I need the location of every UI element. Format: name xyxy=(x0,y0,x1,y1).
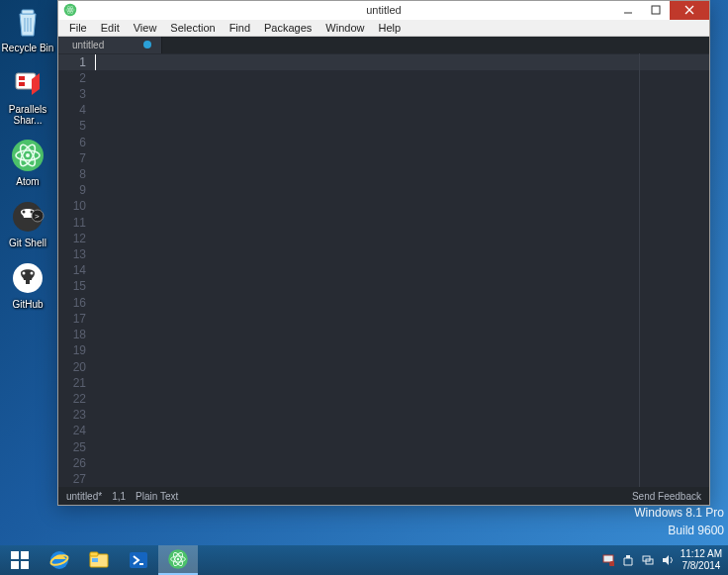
status-bar: untitled* 1,1 Plain Text Send Feedback xyxy=(58,487,709,505)
line-number[interactable]: 22 xyxy=(58,391,93,407)
desktop-icon-gitshell[interactable]: > Git Shell xyxy=(0,197,55,248)
github-icon xyxy=(8,258,47,298)
close-button[interactable] xyxy=(670,1,709,20)
code-area[interactable] xyxy=(93,53,709,487)
desktop-icon-github[interactable]: GitHub xyxy=(0,258,55,310)
svg-point-19 xyxy=(31,272,34,275)
desktop-icon-label: Atom xyxy=(16,176,39,187)
line-number[interactable]: 16 xyxy=(58,295,93,311)
maximize-button[interactable] xyxy=(642,1,670,20)
menu-help[interactable]: Help xyxy=(371,22,408,34)
svg-rect-32 xyxy=(21,561,29,569)
svg-point-24 xyxy=(69,10,71,12)
svg-rect-31 xyxy=(11,561,19,569)
svg-rect-0 xyxy=(22,10,34,14)
atom-window: untitled File Edit View Selection Find P… xyxy=(57,0,710,506)
editor[interactable]: 1234567891011121314151617181920212223242… xyxy=(58,53,709,487)
svg-point-44 xyxy=(177,558,179,560)
desktop-icon-label: Parallels Shar... xyxy=(0,104,55,126)
window-buttons xyxy=(614,1,709,20)
svg-rect-45 xyxy=(603,555,613,562)
desktop-icon-parallels[interactable]: Parallels Shar... xyxy=(0,63,55,126)
line-number[interactable]: 25 xyxy=(58,439,93,455)
line-number[interactable]: 2 xyxy=(58,70,93,86)
menu-packages[interactable]: Packages xyxy=(257,22,318,34)
taskbar-atom[interactable] xyxy=(158,545,198,575)
desktop-icon-label: GitHub xyxy=(12,299,43,310)
desktop-icon-atom[interactable]: Atom xyxy=(0,136,55,187)
tray-network-icon[interactable] xyxy=(641,553,655,567)
menu-find[interactable]: Find xyxy=(223,22,257,34)
desktop-icon-recycle-bin[interactable]: Recycle Bin xyxy=(0,2,55,53)
line-number[interactable]: 5 xyxy=(58,118,93,134)
menu-selection[interactable]: Selection xyxy=(163,22,222,34)
menu-view[interactable]: View xyxy=(127,22,164,34)
line-number[interactable]: 1 xyxy=(58,54,93,70)
status-file[interactable]: untitled* xyxy=(66,491,102,502)
atom-titlebar-icon xyxy=(62,2,78,18)
line-number[interactable]: 4 xyxy=(58,102,93,118)
text-cursor xyxy=(95,54,96,70)
titlebar[interactable]: untitled xyxy=(58,1,709,20)
menu-file[interactable]: File xyxy=(62,22,94,34)
tray-volume-icon[interactable] xyxy=(661,553,675,567)
taskbar-clock[interactable]: 11:12 AM 7/8/2014 xyxy=(681,548,722,572)
svg-rect-29 xyxy=(11,551,19,559)
desktop-icon-label: Recycle Bin xyxy=(2,43,54,53)
tray-power-icon[interactable] xyxy=(621,553,635,567)
system-tray: 11:12 AM 7/8/2014 xyxy=(595,545,728,575)
line-number[interactable]: 17 xyxy=(58,311,93,327)
line-number[interactable]: 11 xyxy=(58,215,93,231)
line-number[interactable]: 26 xyxy=(58,455,93,471)
svg-point-11 xyxy=(26,153,30,157)
window-title: untitled xyxy=(58,4,709,16)
start-button[interactable] xyxy=(0,545,40,575)
tab-bar: untitled xyxy=(58,37,709,53)
menu-window[interactable]: Window xyxy=(318,22,371,34)
line-number[interactable]: 7 xyxy=(58,150,93,166)
taskbar-ie[interactable] xyxy=(40,545,79,575)
desktop-icon-label: Git Shell xyxy=(9,238,46,248)
atom-app-icon xyxy=(8,136,47,175)
taskbar-powershell[interactable] xyxy=(119,545,158,575)
line-number[interactable]: 23 xyxy=(58,407,93,423)
line-number[interactable]: 19 xyxy=(58,342,93,358)
parallels-icon xyxy=(8,63,47,103)
line-number[interactable]: 14 xyxy=(58,262,93,278)
watermark-line1: Windows 8.1 Pro xyxy=(634,504,724,522)
line-number[interactable]: 18 xyxy=(58,327,93,342)
line-number[interactable]: 13 xyxy=(58,246,93,262)
clock-time: 11:12 AM xyxy=(681,548,722,560)
line-number[interactable]: 12 xyxy=(58,231,93,246)
status-cursor-pos[interactable]: 1,1 xyxy=(112,491,126,502)
svg-rect-30 xyxy=(21,551,29,559)
menubar: File Edit View Selection Find Packages W… xyxy=(58,20,709,37)
line-number[interactable]: 10 xyxy=(58,198,93,214)
line-number[interactable]: 20 xyxy=(58,359,93,375)
svg-text:>: > xyxy=(35,212,40,221)
tray-flag-icon[interactable] xyxy=(601,553,615,567)
tab-label: untitled xyxy=(72,40,104,50)
line-number[interactable]: 9 xyxy=(58,182,93,198)
svg-point-18 xyxy=(23,272,26,275)
tab-modified-indicator-icon[interactable] xyxy=(143,41,151,48)
wrap-guide xyxy=(639,53,640,487)
line-number[interactable]: 8 xyxy=(58,166,93,182)
minimize-button[interactable] xyxy=(614,1,642,20)
line-number[interactable]: 3 xyxy=(58,86,93,102)
line-number[interactable]: 21 xyxy=(58,375,93,391)
status-grammar[interactable]: Plain Text xyxy=(136,491,178,502)
desktop-icons: Recycle Bin Parallels Shar... Atom > Git… xyxy=(0,0,57,320)
menu-edit[interactable]: Edit xyxy=(94,22,127,34)
tab-untitled[interactable]: untitled xyxy=(58,37,162,53)
clock-date: 7/8/2014 xyxy=(681,560,722,572)
line-number[interactable]: 15 xyxy=(58,278,93,294)
taskbar-explorer[interactable] xyxy=(79,545,119,575)
gutter: 1234567891011121314151617181920212223242… xyxy=(58,53,93,487)
line-number[interactable]: 27 xyxy=(58,471,93,487)
status-feedback[interactable]: Send Feedback xyxy=(632,491,701,502)
svg-rect-36 xyxy=(90,552,98,556)
line-number[interactable]: 24 xyxy=(58,423,93,438)
svg-point-13 xyxy=(23,211,26,214)
line-number[interactable]: 6 xyxy=(58,135,93,150)
